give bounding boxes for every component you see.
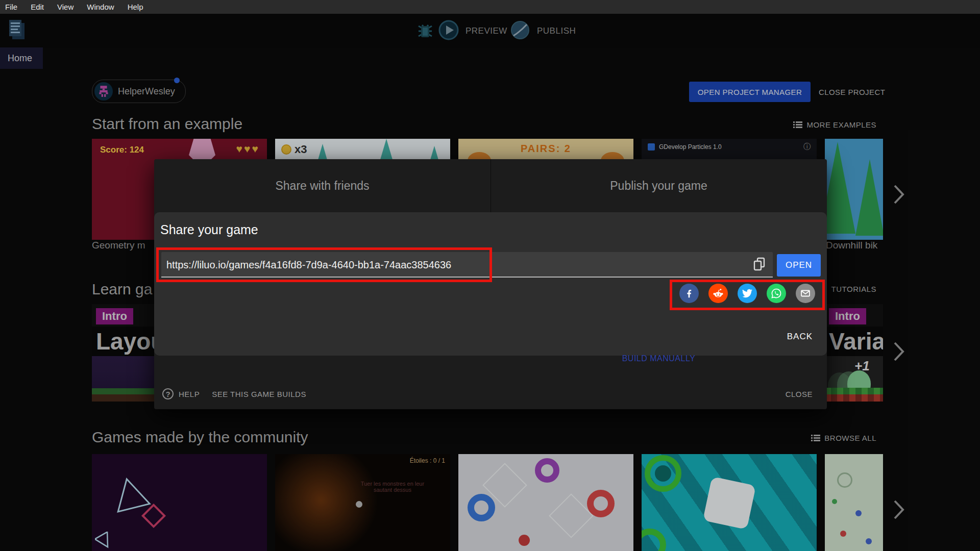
tab-publish-your-game[interactable]: Publish your game	[491, 159, 827, 212]
dialog-bottom-bar: ? HELP SEE THIS GAME BUILDS CLOSE	[154, 379, 827, 409]
app-window: File Edit View Window Help	[0, 0, 980, 551]
menu-view[interactable]: View	[57, 3, 74, 11]
open-button[interactable]: OPEN	[777, 254, 821, 277]
annotation-box-url	[156, 247, 492, 282]
menu-edit[interactable]: Edit	[31, 3, 44, 11]
help-label: HELP	[179, 390, 200, 398]
menu-help[interactable]: Help	[128, 3, 143, 11]
copy-icon[interactable]	[750, 255, 769, 273]
menu-bar: File Edit View Window Help	[0, 0, 980, 14]
share-panel-title: Share your game	[160, 222, 258, 237]
build-manually-button[interactable]: BUILD MANUALLY	[491, 354, 827, 363]
close-button[interactable]: CLOSE	[786, 390, 813, 398]
tab-share-with-friends[interactable]: Share with friends	[154, 159, 491, 212]
tab-divider	[491, 159, 491, 212]
see-game-builds-button[interactable]: SEE THIS GAME BUILDS	[212, 390, 306, 398]
help-icon: ?	[162, 388, 174, 399]
help-button[interactable]: ? HELP	[162, 388, 200, 399]
menu-window[interactable]: Window	[87, 3, 114, 11]
annotation-box-social	[670, 280, 825, 310]
back-button[interactable]: BACK	[787, 332, 813, 342]
menu-file[interactable]: File	[5, 3, 17, 11]
